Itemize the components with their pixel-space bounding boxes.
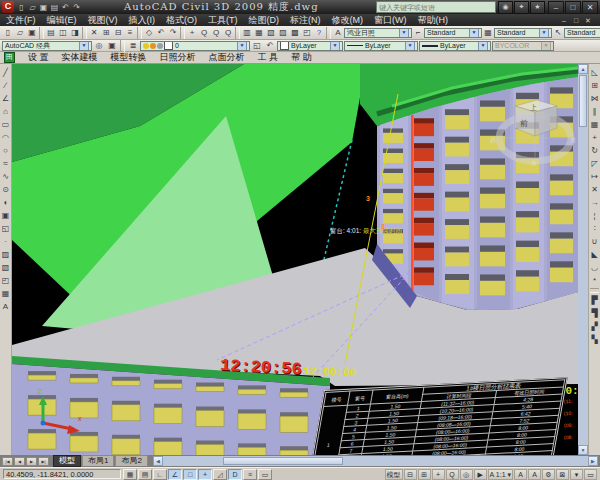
mleader-style-dropdown[interactable]: Standard ▼ <box>564 28 600 38</box>
annotation-visibility-icon[interactable]: A <box>514 469 527 480</box>
copy-icon[interactable]: ⊞ <box>589 79 600 92</box>
insert-block-icon[interactable]: ▣ <box>0 209 11 222</box>
publish-icon[interactable]: ◨ <box>69 27 81 39</box>
offset-icon[interactable]: ∥ <box>589 105 600 118</box>
tab-nav-prev[interactable]: ◀ <box>14 457 25 466</box>
dropdown-arrow-icon[interactable]: ▼ <box>539 28 549 38</box>
dropdown-arrow-icon[interactable]: ▼ <box>237 41 247 51</box>
tab-nav-first[interactable]: |◀ <box>2 457 13 466</box>
dropdown-arrow-icon[interactable]: ▼ <box>478 41 488 51</box>
infocenter-search-input[interactable] <box>377 4 495 11</box>
toolbar-lock-icon[interactable]: ⊠ <box>556 469 569 480</box>
autocad-logo-icon[interactable]: C <box>2 1 14 13</box>
copy-icon[interactable]: ⊞ <box>100 27 112 39</box>
viewcube-south-label[interactable]: 南 <box>531 160 537 166</box>
arc-icon[interactable]: ◠ <box>0 131 11 144</box>
toggle-osnap[interactable]: □ <box>183 469 197 480</box>
plugin-menu-item[interactable]: 帮 助 <box>291 51 312 64</box>
workspace-dropdown[interactable]: AutoCAD 经典 ▼ <box>2 41 92 51</box>
plugin-menu-item[interactable]: 实体建模 <box>62 51 98 64</box>
tab-layout1[interactable]: 布局1 <box>82 455 114 466</box>
properties-icon[interactable]: ▥ <box>241 27 253 39</box>
spline-icon[interactable]: ∿ <box>0 170 11 183</box>
fillet-icon[interactable]: ◡ <box>589 261 600 274</box>
scale-icon[interactable]: ◸ <box>589 157 600 170</box>
menu-item[interactable]: 格式(O) <box>166 14 197 27</box>
dropdown-arrow-icon[interactable]: ▼ <box>405 41 415 51</box>
scroll-down-icon[interactable]: ▼ <box>578 445 588 455</box>
quickcalc-icon[interactable]: ◰ <box>301 27 313 39</box>
redo-icon[interactable]: ↷ <box>71 2 82 13</box>
menu-item[interactable]: 修改(M) <box>332 14 364 27</box>
hatch-icon[interactable]: ▨ <box>0 248 11 261</box>
color-dropdown[interactable]: ByLayer ▼ <box>277 41 343 51</box>
markup-set-manager-icon[interactable]: ▩ <box>289 27 301 39</box>
workspace-switching-icon[interactable]: ⚙ <box>542 469 555 480</box>
scroll-left-icon[interactable]: ◀ <box>153 456 163 466</box>
ellipse-arc-icon[interactable]: ◖ <box>0 196 11 209</box>
menu-item[interactable]: 标注(N) <box>290 14 321 27</box>
text-style-icon[interactable]: A <box>332 27 344 39</box>
rotate-icon[interactable]: ↻ <box>589 144 600 157</box>
dropdown-arrow-icon[interactable]: ▼ <box>399 28 409 38</box>
tab-nav-next[interactable]: ▶ <box>26 457 37 466</box>
plugin-menu-icon[interactable]: 田 <box>4 52 15 63</box>
stretch-icon[interactable]: ↦ <box>589 170 600 183</box>
plot-icon[interactable]: ▤ <box>49 2 60 13</box>
lineweight-dropdown[interactable]: ByLayer ▼ <box>419 41 491 51</box>
mleader-style-icon[interactable]: ↖ <box>552 27 564 39</box>
qnew-icon[interactable]: ▯ <box>2 27 14 39</box>
scroll-up-icon[interactable]: ▲ <box>578 64 588 74</box>
toggle-qp[interactable]: ▭ <box>258 469 272 480</box>
tab-layout2[interactable]: 布局2 <box>115 455 147 466</box>
help-icon[interactable]: ? <box>313 27 325 39</box>
circle-icon[interactable]: ○ <box>0 144 11 157</box>
pan-icon[interactable]: + <box>432 469 445 480</box>
cut-icon[interactable]: ✕ <box>88 27 100 39</box>
move-icon[interactable]: + <box>589 131 600 144</box>
toggle-snap[interactable]: ▦ <box>123 469 137 480</box>
revision-cloud-icon[interactable]: ≈ <box>0 157 11 170</box>
zoom-window-icon[interactable]: Q <box>210 27 222 39</box>
break-icon[interactable]: ∶ <box>589 222 600 235</box>
multiline-text-icon[interactable]: A <box>0 300 11 313</box>
menu-item[interactable]: 工具(T) <box>208 14 238 27</box>
search-icon[interactable]: ◉ <box>498 1 513 14</box>
ellipse-icon[interactable]: ⊙ <box>0 183 11 196</box>
linetype-dropdown[interactable]: ByLayer ▼ <box>344 41 418 51</box>
workspace-settings-icon[interactable]: ◎ <box>93 40 105 52</box>
pan-realtime-icon[interactable]: + <box>186 27 198 39</box>
polygon-icon[interactable]: ⌂ <box>0 105 11 118</box>
scroll-right-icon[interactable]: ▶ <box>588 456 598 466</box>
paste-icon[interactable]: ⊟ <box>112 27 124 39</box>
zoom-previous-icon[interactable]: Q <box>222 27 234 39</box>
explode-icon[interactable]: * <box>589 274 600 287</box>
menu-item[interactable]: 窗口(W) <box>374 14 407 27</box>
sheetset-manager-icon[interactable]: ▨ <box>277 27 289 39</box>
array-icon[interactable]: ▦ <box>589 118 600 131</box>
construction-line-icon[interactable]: ∕ <box>0 79 11 92</box>
make-objects-layer-current-icon[interactable]: ◱ <box>251 40 263 52</box>
mirror-icon[interactable]: ⋈ <box>589 92 600 105</box>
polyline-icon[interactable]: ∠ <box>0 92 11 105</box>
dropdown-arrow-icon[interactable]: ▼ <box>330 41 340 51</box>
trim-icon[interactable]: ✕ <box>589 183 600 196</box>
table-style-icon[interactable]: ▦ <box>482 27 494 39</box>
vertical-scroll-thumb[interactable] <box>579 75 587 127</box>
tab-model[interactable]: 模型 <box>53 455 81 467</box>
tray-arrow-icon[interactable]: ▾ <box>570 469 583 480</box>
menu-item[interactable]: 编辑(E) <box>47 14 77 27</box>
toggle-ducs[interactable]: ◿ <box>213 469 227 480</box>
annotation-auto-icon[interactable]: A <box>528 469 541 480</box>
undo-icon[interactable]: ↶ <box>60 2 71 13</box>
toggle-polar[interactable]: ∠ <box>168 469 182 480</box>
qnew-icon[interactable]: ▯ <box>16 2 27 13</box>
layer-dropdown[interactable]: 0 ▼ <box>140 41 250 51</box>
doc-restore-button[interactable]: □ <box>570 16 582 25</box>
menu-item[interactable]: 绘图(D) <box>249 14 280 27</box>
toggle-grid[interactable]: ▤ <box>138 469 152 480</box>
gradient-icon[interactable]: ▧ <box>0 261 11 274</box>
toggle-dyn[interactable]: D <box>228 469 242 480</box>
erase-icon[interactable]: ◺ <box>589 66 600 79</box>
steering-wheel-icon[interactable]: ◎ <box>460 469 473 480</box>
